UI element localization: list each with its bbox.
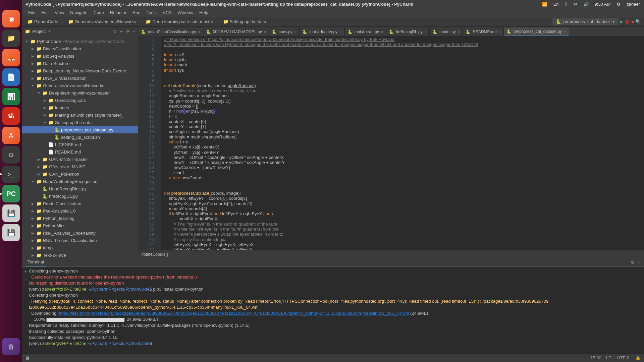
menu-code[interactable]: Code — [91, 9, 107, 16]
launcher-files-icon[interactable]: 📁 — [2, 29, 20, 47]
menu-vcs[interactable]: VCS — [160, 9, 174, 16]
new-session-icon[interactable]: + — [24, 269, 27, 274]
terminal-hide-icon[interactable]: − — [638, 260, 641, 265]
tree-item[interactable]: ▶📁temp — [22, 244, 138, 251]
tree-item[interactable]: ▶📁Data Stucture — [22, 60, 138, 67]
mail-icon[interactable]: ✉ — [574, 2, 577, 7]
menu-file[interactable]: File — [25, 9, 38, 16]
run-config-selector[interactable]: 🐍 preprocess_cat_dataset ▼ — [552, 18, 619, 25]
editor-tab[interactable]: 🐍hriRecogDL.py× — [386, 27, 430, 36]
tree-item[interactable]: ▼📁PythonCode ~/PycharmProjects/PythonCod… — [22, 38, 138, 45]
editor-tab[interactable]: 🐍conv.py× — [269, 27, 300, 36]
editor-tab[interactable]: 🐍model.py× — [430, 27, 463, 36]
tree-item[interactable]: ▶📁DeepLearning_NeuralNetworkBook Excerc — [22, 67, 138, 74]
tree-item[interactable]: 🐍hriRecogDL.py — [22, 192, 138, 200]
menu-refactor[interactable]: Refactor — [107, 9, 129, 16]
editor-breadcrumb[interactable]: rotateCoords() — [138, 250, 644, 258]
editor-tab[interactable]: 🐍002-SAV-LOAD-MODEL.py× — [203, 27, 269, 36]
tree-item[interactable]: ▶📁GAN_Pokemon — [22, 170, 138, 178]
close-tab-icon[interactable]: × — [458, 30, 460, 34]
tree-item[interactable]: ▶📁Generating cats — [22, 97, 138, 104]
editor-tab[interactable]: 🐍preprocess_cat_dataset.py× — [504, 27, 569, 36]
close-tab-icon[interactable]: × — [264, 30, 266, 34]
editor-tab[interactable]: 🐍ndianPimaClassification.py× — [138, 27, 203, 36]
tree-item[interactable]: ▼📁HandWrittenImgRecognition — [22, 178, 138, 185]
project-tree[interactable]: ▼📁PythonCode ~/PycharmProjects/PythonCod… — [22, 36, 138, 258]
tree-item[interactable]: 📄LICENSE.md — [22, 141, 138, 148]
tree-item[interactable]: 🐍setting_up_script.sh — [22, 133, 138, 141]
terminal-settings-icon[interactable]: ⚙ — [631, 260, 635, 265]
breadcrumb-item[interactable]: 📁Setting up the data — [221, 18, 268, 25]
breadcrumb-item[interactable]: 📁PythonCode — [25, 18, 60, 25]
tree-item[interactable]: ▶📁Risk_Analysis_Uncertainity — [22, 229, 138, 237]
stop-button-icon[interactable]: ■ — [631, 19, 634, 24]
close-tab-icon[interactable]: × — [339, 30, 341, 34]
hide-tool-icon[interactable]: − — [132, 29, 135, 34]
close-session-icon[interactable]: × — [24, 277, 27, 282]
breadcrumb-item[interactable]: 📁Deep-learning-with-cats-master — [144, 18, 215, 25]
launcher-firefox-icon[interactable]: 🦊 — [2, 49, 20, 66]
tree-item[interactable]: ▼📁GenerativeAdverserialNetworks — [22, 82, 138, 89]
volume-icon[interactable]: 🔊 — [583, 2, 589, 7]
close-tab-icon[interactable]: × — [499, 30, 501, 34]
tree-item[interactable]: ▶📁DNA_BinClassification — [22, 74, 138, 82]
launcher-software-icon[interactable]: A — [2, 127, 20, 144]
tree-item[interactable]: ▶📁BinaryClassification — [22, 45, 138, 52]
menu-edit[interactable]: Edit — [39, 9, 51, 16]
menu-window[interactable]: Window — [175, 9, 196, 16]
tree-item[interactable]: 🐍HandRecogDigit.py — [22, 185, 138, 192]
code-content[interactable]: ## Modified version of https://github.co… — [161, 36, 644, 250]
tree-item[interactable]: ▶📁BioSeq Analysis — [22, 52, 138, 60]
close-tab-icon[interactable]: × — [425, 30, 427, 34]
power-icon[interactable]: ⚙ — [616, 2, 621, 7]
scroll-from-source-icon[interactable]: ✥ — [126, 29, 130, 34]
debug-button-icon[interactable]: 🐞 — [625, 19, 630, 24]
code-editor[interactable]: 1234567891011121314151617181920212223242… — [138, 36, 644, 250]
keyboard-indicator[interactable]: En — [553, 2, 559, 7]
tree-item[interactable]: ▶📁images — [22, 104, 138, 111]
tree-item[interactable]: ▶📁Text-2-Face — [22, 251, 138, 258]
menu-tools[interactable]: Tools — [144, 9, 159, 16]
wifi-icon[interactable]: 📶 — [542, 2, 547, 7]
launcher-trash-icon[interactable]: 🗑 — [2, 338, 20, 355]
tree-item[interactable]: 📄README.md — [22, 148, 138, 156]
terminal-output[interactable]: Collecting opencv-python Could not find … — [29, 267, 644, 353]
close-tab-icon[interactable]: × — [198, 30, 200, 34]
launcher-drive1-icon[interactable]: 💾 — [2, 204, 20, 222]
menu-help[interactable]: Help — [197, 9, 211, 16]
launcher-calc-icon[interactable]: 📊 — [2, 88, 20, 105]
collapse-all-icon[interactable]: ⇤ — [120, 29, 123, 34]
launcher-pycharm-icon[interactable]: PC — [2, 185, 20, 202]
tree-item[interactable]: ▼📁Deep-learning-with-cats-master — [22, 89, 138, 97]
close-tab-icon[interactable]: × — [294, 30, 297, 34]
line-separator[interactable]: LF: — [606, 355, 612, 360]
tree-item[interactable]: ▶📁Python_learning — [22, 215, 138, 222]
user-name[interactable]: zaheer — [627, 2, 640, 7]
tree-item[interactable]: ▶📁ProdctClassification — [22, 200, 138, 207]
project-settings-icon[interactable]: ⚙ — [113, 29, 117, 34]
tree-item[interactable]: ▶📁GAN-MNIST-master — [22, 156, 138, 163]
git-branch-icon[interactable]: 🔒 — [635, 355, 641, 360]
menu-navigate[interactable]: Navigate — [67, 9, 90, 16]
launcher-settings-icon[interactable]: ⚙ — [2, 146, 20, 164]
tree-item[interactable]: ▶📁Making art with cats (style transfer) — [22, 111, 138, 119]
tree-item[interactable]: 🐍preprocess_cat_dataset.py — [22, 126, 138, 133]
search-everywhere-icon[interactable]: 🔍 — [635, 19, 641, 24]
launcher-impress-icon[interactable]: 📽 — [2, 107, 20, 125]
tree-item[interactable]: ▶📁PythonMics — [22, 222, 138, 229]
tree-item[interactable]: ▼📁Setting up the data — [22, 119, 138, 126]
menu-view[interactable]: View — [52, 9, 67, 16]
editor-tab[interactable]: 🐍README.md× — [463, 27, 504, 36]
menu-run[interactable]: Run — [130, 9, 143, 16]
status-tool-windows-icon[interactable]: ▦ — [25, 355, 30, 360]
run-button-icon[interactable]: ▶ — [620, 19, 623, 24]
tree-item[interactable]: ▶📁RNN_Protein_Classification — [22, 237, 138, 244]
bluetooth-icon[interactable]: ᛒ — [565, 2, 568, 7]
editor-tab[interactable]: 🐍mnist_svm.py× — [345, 27, 386, 36]
terminal-tab-label[interactable]: Terminal — [25, 258, 46, 266]
editor-tab[interactable]: 🐍mnist_loader.py× — [300, 27, 344, 36]
tree-item[interactable]: ▶📁GAN_over_MNIST — [22, 163, 138, 170]
tree-item[interactable]: ▶📁Pse-Analysis-1.0 — [22, 207, 138, 215]
launcher-dash-icon[interactable]: ◉ — [2, 10, 20, 27]
launcher-writer-icon[interactable]: 📄 — [2, 68, 20, 86]
